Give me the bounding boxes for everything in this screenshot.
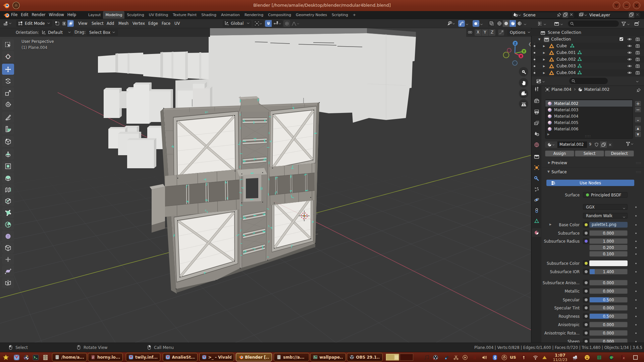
- hide-eye-toggle[interactable]: [627, 50, 632, 56]
- taskbar-window-3[interactable]: AnalieSt...: [163, 353, 198, 361]
- animate-decorator[interactable]: [635, 341, 637, 342]
- breadcrumb-material[interactable]: Material.002: [584, 87, 609, 92]
- subsurface-anisotropy-socket[interactable]: [583, 280, 589, 286]
- tray-player[interactable]: [462, 354, 468, 361]
- viewport-menu-add[interactable]: Add: [107, 19, 114, 28]
- roughness-socket[interactable]: [583, 313, 589, 319]
- tray-window-list[interactable]: [632, 354, 639, 361]
- tray-scissors[interactable]: [452, 354, 459, 361]
- specular-socket[interactable]: [583, 297, 589, 303]
- subsurface-ior-socket[interactable]: [583, 269, 589, 275]
- subsurface-radius-0[interactable]: 1.000: [589, 238, 628, 244]
- collection-checkbox[interactable]: [619, 37, 624, 42]
- viewport-menu-mesh[interactable]: Mesh: [118, 19, 128, 28]
- outliner-filter-button[interactable]: [621, 21, 626, 27]
- tool-annotate[interactable]: [2, 112, 14, 123]
- mirror-axis-y[interactable]: Y: [482, 29, 488, 36]
- animate-decorator[interactable]: [635, 324, 637, 325]
- animate-decorator[interactable]: [635, 282, 637, 284]
- pivot-point-button[interactable]: [253, 20, 264, 27]
- animate-decorator[interactable]: [635, 333, 637, 334]
- animate-decorator[interactable]: [635, 299, 637, 301]
- tray-wifi[interactable]: [532, 354, 539, 361]
- shading-solid[interactable]: [503, 20, 509, 27]
- new-collection-button[interactable]: [634, 21, 639, 27]
- tool-spin[interactable]: [2, 219, 14, 230]
- tool-inset-faces[interactable]: [2, 161, 14, 172]
- xray-toggle[interactable]: [488, 20, 495, 27]
- use-nodes-button[interactable]: Use Nodes: [546, 180, 634, 186]
- unlink-material-button[interactable]: [607, 141, 613, 148]
- surface-shader-field[interactable]: Principled BSDF: [583, 192, 628, 198]
- hide-eye-toggle[interactable]: [627, 57, 632, 63]
- animate-decorator[interactable]: [635, 241, 637, 242]
- material-slot-4[interactable]: Material.006: [545, 126, 632, 132]
- subsurface-radius-1[interactable]: 0.200: [589, 245, 628, 250]
- tray-dictionary[interactable]: a: [620, 354, 627, 361]
- viewport-menu-uv[interactable]: UV: [174, 19, 180, 28]
- anisotropic-socket[interactable]: [583, 322, 589, 327]
- new-material-button[interactable]: [600, 141, 607, 148]
- taskbar-window-7[interactable]: wallpape...: [310, 353, 346, 361]
- breadcrumb-pin-icon[interactable]: [636, 88, 641, 94]
- viewport-menu-view[interactable]: View: [78, 19, 87, 28]
- scene-copy-button[interactable]: [562, 12, 568, 18]
- subsurface-radius-2[interactable]: 0.100: [589, 251, 628, 257]
- tool-bevel[interactable]: [2, 172, 14, 183]
- workspace-tab-scripting[interactable]: Scripting: [329, 11, 351, 19]
- shading-dropdown[interactable]: [524, 22, 527, 27]
- sidebar-collapse-arrow[interactable]: ❮: [528, 42, 531, 46]
- tray-volume[interactable]: [481, 354, 488, 361]
- animate-decorator[interactable]: [635, 224, 637, 226]
- roughness-slider[interactable]: 0.500: [589, 313, 628, 319]
- tool-extrude-region[interactable]: [2, 149, 14, 160]
- properties-tab-constraints[interactable]: [532, 206, 541, 215]
- tool-scale[interactable]: [2, 87, 14, 98]
- navigation-gizmo[interactable]: ZYX: [499, 28, 531, 69]
- outliner-row-cube-003[interactable]: ▶Cube.003: [532, 63, 644, 69]
- viewport-menu-vertex[interactable]: Vertex: [132, 19, 145, 28]
- mirror-axis-x[interactable]: X: [475, 29, 481, 36]
- tray-keepass[interactable]: [520, 354, 527, 361]
- animate-decorator[interactable]: [635, 307, 637, 309]
- gizmo-y-label[interactable]: Y: [523, 50, 525, 53]
- properties-tab-particles[interactable]: [532, 185, 541, 194]
- viewlayer-selector[interactable]: ViewLayer: [577, 12, 641, 18]
- properties-tab-data[interactable]: [532, 217, 541, 226]
- select-mode-vertex[interactable]: [54, 20, 60, 27]
- tool-edge-slide[interactable]: [2, 242, 14, 253]
- workspace-tab-geometry-nodes[interactable]: Geometry Nodes: [293, 11, 329, 19]
- preview-panel-header[interactable]: ▶Preview::::: [542, 159, 644, 168]
- render-camera-toggle[interactable]: [635, 50, 640, 56]
- scene-selector[interactable]: Scene: [511, 12, 575, 18]
- subsurface-field[interactable]: 0.000: [589, 230, 628, 236]
- list-resize-grip[interactable]: ::::: [585, 134, 591, 138]
- viewport-menu-face[interactable]: Face: [162, 19, 170, 28]
- assign-button[interactable]: Assign: [545, 150, 574, 157]
- slot-specials-button[interactable]: ⌄: [635, 117, 641, 123]
- subsurface-radius-socket[interactable]: [583, 238, 589, 244]
- window-unmaximize-button[interactable]: [613, 2, 620, 9]
- proportional-falloff[interactable]: [291, 20, 300, 27]
- tray-obs[interactable]: [432, 354, 439, 361]
- overlays-dropdown[interactable]: [480, 22, 483, 27]
- taskbar-window-8[interactable]: OBS 29.1...: [347, 353, 383, 361]
- surface-panel-header[interactable]: ▼Surface::::: [542, 168, 644, 177]
- disclosure-triangle-right[interactable]: ▶: [543, 65, 545, 68]
- animate-decorator[interactable]: [635, 316, 637, 317]
- overlays-toggle[interactable]: [473, 20, 479, 27]
- workspace-tab-sculpting[interactable]: Sculpting: [124, 11, 146, 19]
- disclosure-triangle-right[interactable]: ▶: [543, 45, 545, 48]
- proportional-editing-toggle[interactable]: [283, 20, 290, 27]
- viewport-camera-view-button[interactable]: [519, 89, 528, 98]
- subsurface-ior-slider[interactable]: 1.400: [589, 269, 628, 275]
- menu-render[interactable]: Render: [30, 11, 47, 19]
- shading-rendered[interactable]: [516, 20, 523, 27]
- tray-updates[interactable]: [541, 354, 548, 361]
- mode-selector[interactable]: Edit Mode: [16, 20, 52, 27]
- base-color-socket[interactable]: [583, 222, 589, 228]
- properties-tab-tool[interactable]: [532, 85, 541, 94]
- deselect-button[interactable]: Deselect: [605, 150, 634, 157]
- animate-decorator[interactable]: [635, 271, 637, 273]
- animate-decorator[interactable]: [635, 215, 637, 217]
